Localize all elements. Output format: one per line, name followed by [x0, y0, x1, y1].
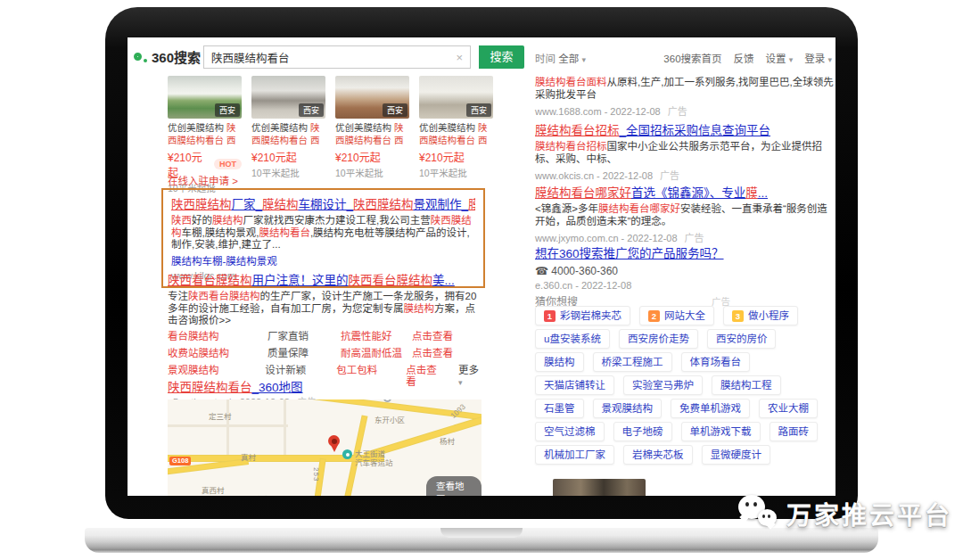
related-search-tag[interactable]: 3做小程序: [723, 306, 798, 325]
related-search-tag[interactable]: 石墨管: [535, 399, 584, 418]
results-right-column: 膜结构看台面料从原料,生产,加工一系列服务,找阿里巴巴,全球领先采购批发平台 w…: [535, 77, 835, 496]
laptop-notch: [440, 528, 523, 538]
related-search-tag[interactable]: 单机游戏下载: [681, 422, 761, 441]
time-filter-label: 时间: [535, 54, 556, 64]
map-label: 定三村: [209, 410, 232, 421]
nav-feedback-link[interactable]: 反馈: [734, 51, 754, 65]
related-search-tag[interactable]: 机械加工厂家: [535, 445, 614, 465]
chevron-down-icon: ▾: [827, 55, 832, 64]
sitelink[interactable]: 收费站膜结构: [168, 348, 268, 359]
product-price: ¥210元起: [419, 149, 465, 164]
related-search-tag[interactable]: 空气过滤棉: [535, 422, 605, 441]
result-title-link[interactable]: 陕西看台膜结构用户注意！这里的陕西看台膜结构美...: [168, 270, 485, 288]
related-search-tag[interactable]: 1彩钢岩棉夹芯: [535, 306, 630, 325]
tag-row: 1彩钢岩棉夹芯 2网站大全 3做小程序: [535, 306, 798, 325]
related-search-tag[interactable]: 电子地磅: [613, 422, 672, 441]
result-title-link[interactable]: 陕西膜结构厂家_膜结构车棚设计_陕西膜结构景观制作_膜结构看...: [171, 194, 475, 212]
sitelink-cta[interactable]: 点击查看: [412, 348, 453, 359]
result-item: 膜结构看台哪家好首选《锦鑫源》、专业膜... <锦鑫源>多年膜结构看台哪家好安装…: [535, 183, 835, 244]
related-search-tag[interactable]: 实验室马弗炉: [623, 375, 703, 395]
map-result: 陕西膜结构看台_360地图 定三村 东开小区 杨村 1093: [168, 377, 485, 496]
map-label: 杨村: [440, 435, 455, 446]
search-input[interactable]: 陕西膜结构看台 ×: [203, 45, 471, 69]
time-filter-value: 全部: [558, 54, 579, 64]
map-minor-road: [168, 424, 288, 427]
apply-link[interactable]: 在线入驻申请 >: [168, 173, 238, 187]
logo-dot-icon: [144, 59, 147, 62]
time-filter[interactable]: 时间 全部 ▾: [535, 51, 586, 65]
related-search-tag[interactable]: 2网站大全: [639, 306, 714, 325]
product-title[interactable]: 优创美膜结构 陕西膜结构看台 西安膜结...: [419, 121, 493, 147]
product-title[interactable]: 优创美膜结构 陕西膜结构看台 西安膜结...: [251, 121, 325, 147]
related-search-tag[interactable]: 桥梁工程施工: [593, 352, 672, 372]
view-map-button[interactable]: 查看地图: [426, 476, 482, 496]
rank-1-badge: 1: [544, 310, 556, 322]
related-search-tag[interactable]: 显微硬度计: [702, 445, 771, 465]
related-search-tag[interactable]: u盘安装系统: [535, 329, 610, 349]
map-result-title-link[interactable]: 陕西膜结构看台_360地图: [168, 377, 485, 395]
related-search-tag[interactable]: 天猫店铺转让: [535, 375, 614, 395]
product-moq: 10平米起批: [419, 166, 493, 179]
phone-row: ☎ 4000-360-360: [535, 265, 835, 277]
result-title-link[interactable]: 膜结构看台招标_全国招标采购信息查询平台: [535, 120, 835, 138]
product-photo[interactable]: 西安: [419, 76, 493, 119]
related-search-tag[interactable]: 路面砖: [770, 422, 819, 441]
map-minor-road: [226, 399, 229, 457]
product-card[interactable]: 西安 优创美膜结构 陕西膜结构看台 西安膜结... ¥210元起 10平米起批: [251, 76, 325, 194]
related-search-tag[interactable]: 体育场看台: [681, 352, 751, 372]
product-card[interactable]: 西安 优创美膜结构 陕西膜结构看台 西安膜结... ¥210元起 10平米起批: [419, 76, 493, 194]
result-url: www.jxymo.com.cn - 2022-12-08广告: [535, 230, 835, 244]
result-item: 膜结构看台招标_全国招标采购信息查询平台 膜结构看台招标国家中小企业公共服务示范…: [535, 120, 835, 182]
related-search-tag[interactable]: 膜结构工程: [712, 375, 781, 395]
search-query[interactable]: 陕西膜结构看台: [211, 49, 456, 66]
product-moq: 10平米起批: [251, 166, 325, 179]
related-search-tag[interactable]: 西安房价走势: [619, 329, 698, 349]
ad-label: 广告: [685, 233, 704, 243]
rank-3-badge: 3: [732, 310, 744, 322]
product-price: ¥210元起: [335, 149, 381, 164]
wechat-icon: [737, 493, 779, 534]
city-badge: 西安: [466, 103, 491, 117]
map-preview[interactable]: 定三村 东开小区 杨村 1093 G108 真村 大王街道 汽车客运站 253 …: [168, 399, 482, 496]
promo-title-link[interactable]: 想在360搜索推广您的产品服务吗？: [535, 243, 835, 261]
related-search-tag[interactable]: 免费单机游戏: [671, 399, 750, 418]
watermark: 万家推云平台: [737, 493, 952, 534]
nav-login-link[interactable]: 登录 ▾: [804, 51, 832, 65]
watermark-label: 万家推云平台: [786, 496, 952, 531]
sitelink-row: 看台膜结构 厂家直销 抗震性能好 点击查看: [168, 331, 485, 342]
map-label: 东开小区: [374, 414, 405, 424]
clear-icon[interactable]: ×: [456, 51, 463, 64]
result-title-link[interactable]: 膜结构看台哪家好首选《锦鑫源》、专业膜...: [535, 183, 835, 201]
ad-label: 广告: [668, 106, 687, 117]
result-url: www.okcis.cn - 2022-12-08广告: [535, 168, 835, 182]
result-snippet: 膜结构看台面料从原料,生产,加工一系列服务,找阿里巴巴,全球领先采购批发平台: [535, 77, 835, 101]
search-button[interactable]: 搜索: [479, 45, 524, 69]
related-search-tag[interactable]: 膜结构: [535, 352, 584, 372]
related-search-tag[interactable]: 西安的房价: [707, 329, 777, 349]
result-snippet: 膜结构看台招标国家中小企业公共服务示范平台，为企业提供招标、采购、中标、: [535, 141, 835, 165]
result-snippet: 陕西好的膜结构厂家就找西安康杰力建设工程,我公司主营陕西膜结构车棚,膜结构景观,…: [171, 215, 475, 251]
product-title[interactable]: 优创美膜结构 陕西膜结构看台 西安膜结...: [335, 121, 409, 147]
related-search-tag[interactable]: 景观膜结构: [593, 399, 663, 418]
product-title[interactable]: 优创美膜结构 陕西膜结构看台 西安膜结...: [168, 121, 242, 147]
related-search-tag[interactable]: 岩棉夹芯板: [623, 445, 693, 465]
sitelink[interactable]: 看台膜结构: [168, 331, 268, 342]
nav-settings-link[interactable]: 设置 ▾: [766, 51, 794, 65]
result-sublink[interactable]: 膜结构车棚-膜结构景观: [171, 253, 475, 268]
laptop-screen: 360搜索 陕西膜结构看台 × 搜索 时间 全部 ▾ 360搜索首页 反馈 设置…: [128, 37, 835, 496]
map-marker-icon[interactable]: [328, 435, 340, 447]
related-search-tag[interactable]: 农业大棚: [759, 399, 818, 418]
product-card[interactable]: 西安 优创美膜结构 陕西膜结构看台 西安膜结... ¥210元起 10平米起批: [335, 76, 409, 194]
nav-home-link[interactable]: 360搜索首页: [663, 51, 721, 65]
product-photo[interactable]: 西安: [168, 76, 242, 119]
tag-row: 天猫店铺转让 实验室马弗炉 膜结构工程: [535, 375, 781, 395]
product-photo[interactable]: 西安: [251, 76, 325, 119]
map-label: 真东村: [255, 493, 278, 496]
sitelink-cta[interactable]: 点击查看: [412, 331, 453, 342]
logo-360[interactable]: 360搜索: [134, 47, 201, 66]
product-photo[interactable]: 西安: [335, 76, 409, 119]
product-price: ¥210元起: [251, 149, 297, 164]
ad-label: 广告: [660, 170, 679, 181]
product-price-row: ¥210元起: [335, 149, 409, 164]
map-pin-icon: [383, 399, 391, 402]
